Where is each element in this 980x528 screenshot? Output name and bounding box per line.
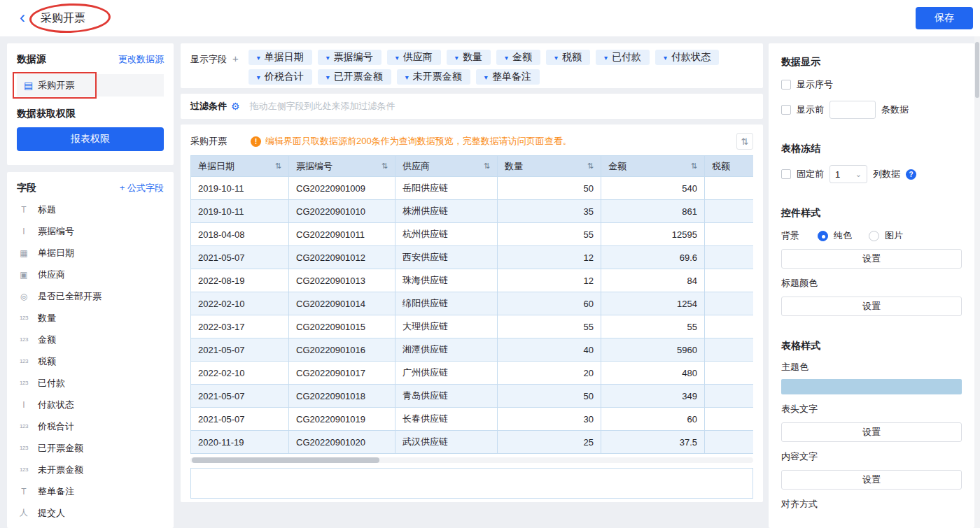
display-field-chip[interactable]: ▾金额: [496, 50, 540, 65]
fields-heading: 字段: [17, 182, 36, 194]
table-cell: CG20220901016: [289, 338, 396, 362]
field-select-icon: ▣: [17, 270, 31, 280]
sort-icon[interactable]: ⇅: [484, 162, 490, 171]
horizontal-scrollbar[interactable]: [190, 457, 753, 463]
sort-icon[interactable]: ⇅: [691, 162, 697, 171]
help-icon[interactable]: ?: [906, 169, 916, 180]
table-row[interactable]: 2022-02-10CG20220901017广州供应链20480: [191, 362, 754, 385]
table-cell: 长春供应链: [396, 408, 498, 431]
display-field-chip[interactable]: ▾已开票金额: [318, 69, 391, 85]
gear-icon[interactable]: ⚙: [231, 101, 240, 112]
table-cell: [705, 246, 754, 269]
freeze-checkbox[interactable]: [781, 169, 791, 179]
back-button[interactable]: ‹: [20, 8, 25, 27]
table-cell: 25: [498, 431, 601, 454]
image-radio[interactable]: [869, 231, 879, 241]
field-item[interactable]: 123价税合计: [17, 415, 164, 437]
save-button[interactable]: 保存: [916, 7, 973, 29]
scrollbar-thumb[interactable]: [192, 457, 379, 463]
solid-color-radio[interactable]: [818, 231, 828, 241]
header-text-set-button[interactable]: 设置: [781, 422, 962, 442]
theme-color-swatch[interactable]: [781, 379, 962, 394]
sort-icon[interactable]: ⇅: [382, 162, 388, 171]
preview-footer-area: [190, 468, 753, 499]
display-field-chip[interactable]: ▾数量: [447, 50, 491, 65]
field-item[interactable]: 123已付款: [17, 372, 164, 394]
report-permission-button[interactable]: 报表权限: [17, 127, 164, 151]
preview-table-body: 2019-10-11CG20220901009岳阳供应链505402019-10…: [191, 177, 754, 454]
sort-icon[interactable]: ⇅: [275, 162, 281, 171]
field-number-icon: 123: [17, 358, 31, 364]
display-field-chip[interactable]: ▾整单备注: [476, 69, 540, 85]
table-cell: [705, 223, 754, 246]
column-header[interactable]: 税额⇅: [705, 156, 754, 177]
display-field-chip[interactable]: ▾付款状态: [655, 50, 719, 65]
field-item[interactable]: 123金额: [17, 329, 164, 350]
scrollbar-thumb[interactable]: [975, 42, 979, 98]
table-row[interactable]: 2021-05-07CG20220901019长春供应链3060: [191, 408, 754, 431]
datasource-item[interactable]: ▤ 采购开票: [17, 74, 164, 97]
sort-icon[interactable]: ⇅: [587, 162, 594, 171]
display-field-chip[interactable]: ▾已付款: [596, 50, 650, 65]
chip-label: 金额: [512, 51, 532, 64]
data-display-heading: 数据显示: [781, 56, 962, 69]
column-header[interactable]: 供应商⇅: [396, 156, 498, 177]
table-row[interactable]: 2019-10-11CG20220901009岳阳供应链50540: [191, 177, 754, 200]
field-item[interactable]: 123税额: [17, 350, 164, 372]
field-item[interactable]: ▣供应商: [17, 264, 164, 285]
column-header[interactable]: 单据日期⇅: [191, 156, 289, 177]
display-field-chip[interactable]: ▾税额: [546, 50, 590, 65]
table-cell: 2022-03-17: [191, 315, 289, 338]
table-row[interactable]: 2021-05-07CG20220901016湘潭供应链405960: [191, 338, 754, 362]
show-index-checkbox[interactable]: [781, 80, 791, 90]
add-field-icon[interactable]: +: [232, 53, 239, 64]
table-cell: 60: [498, 292, 601, 315]
field-item[interactable]: T整单备注: [17, 480, 164, 502]
table-cell: CG20220901009: [289, 177, 396, 200]
field-item[interactable]: I付款状态: [17, 394, 164, 415]
table-row[interactable]: 2020-11-19CG20220901020武汉供应链2537.5: [191, 431, 754, 454]
field-item[interactable]: T标题: [17, 199, 164, 220]
column-header[interactable]: 票据编号⇅: [289, 156, 396, 177]
table-row[interactable]: 2022-03-17CG20220901015大理供应链5555: [191, 315, 754, 338]
field-item[interactable]: 123未开票金额: [17, 459, 164, 480]
content-text-set-button[interactable]: 设置: [781, 470, 962, 490]
field-item[interactable]: 123数量: [17, 307, 164, 329]
table-row[interactable]: 2019-10-11CG20220901010株洲供应链35861: [191, 200, 754, 223]
table-row[interactable]: 2018-04-08CG20220901011杭州供应链5512595: [191, 223, 754, 246]
display-field-chip[interactable]: ▾价税合计: [248, 69, 312, 85]
table-row[interactable]: 2022-08-19CG20220901013珠海供应链1284: [191, 269, 754, 292]
column-header[interactable]: 数量⇅: [498, 156, 601, 177]
content-text-label: 内容文字: [781, 450, 962, 463]
change-datasource-link[interactable]: 更改数据源: [118, 53, 164, 66]
background-set-button[interactable]: 设置: [781, 249, 962, 269]
table-row[interactable]: 2021-05-07CG20220901018青岛供应链50349: [191, 385, 754, 408]
table-cell: CG20220901019: [289, 408, 396, 431]
field-date-icon: ▦: [17, 248, 31, 258]
table-cell: CG20220901015: [289, 315, 396, 338]
column-header[interactable]: 金额⇅: [601, 156, 705, 177]
field-item[interactable]: ▦单据日期: [17, 242, 164, 264]
formula-field-link[interactable]: + 公式字段: [120, 182, 164, 194]
show-first-checkbox[interactable]: [781, 105, 791, 115]
table-cell: 12: [498, 246, 601, 269]
display-field-chip[interactable]: ▾未开票金额: [397, 69, 470, 85]
vertical-scrollbar[interactable]: [974, 36, 980, 528]
table-cell: 岳阳供应链: [396, 177, 498, 200]
table-row[interactable]: 2021-05-07CG20220901012西安供应链1269.6: [191, 246, 754, 269]
freeze-count-select[interactable]: 1 ⌄: [830, 165, 867, 183]
display-field-chip[interactable]: ▾票据编号: [318, 50, 382, 65]
title-color-set-button[interactable]: 设置: [781, 297, 962, 316]
table-cell: 株洲供应链: [396, 200, 498, 223]
display-field-chip[interactable]: ▾单据日期: [248, 50, 312, 65]
show-first-count-input[interactable]: [830, 101, 876, 119]
field-item[interactable]: I票据编号: [17, 220, 164, 242]
field-item[interactable]: 人提交人: [17, 502, 164, 524]
freeze-count-value: 1: [835, 169, 840, 180]
field-item[interactable]: ◎是否已全部开票: [17, 285, 164, 307]
table-row[interactable]: 2022-02-10CG20220901014绵阳供应链601254: [191, 292, 754, 315]
display-field-chip[interactable]: ▾供应商: [387, 50, 441, 65]
field-item[interactable]: 123已开票金额: [17, 437, 164, 459]
sort-order-button[interactable]: ⇅: [736, 133, 753, 150]
field-number-icon: 123: [17, 423, 31, 429]
